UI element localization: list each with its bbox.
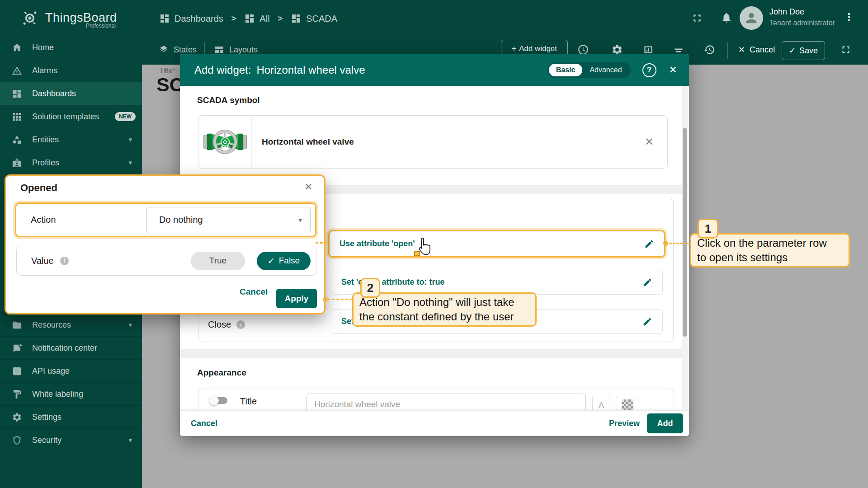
tab-advanced[interactable]: Advanced: [582, 64, 629, 76]
check-icon: ✓: [268, 256, 275, 266]
parameter-row-set-true[interactable]: Set 'open' attribute to: true: [331, 270, 663, 295]
sidebar-item-label: Resources: [32, 320, 71, 330]
version-control-button[interactable]: [703, 44, 715, 57]
cancel-edit-button[interactable]: ✕ Cancel: [738, 45, 775, 55]
edit-pencil-icon[interactable]: [642, 277, 652, 287]
layers-icon: [158, 44, 169, 55]
sidebar-item-label: Profiles: [32, 158, 59, 168]
sidebar-item-notification-center[interactable]: Notification center: [0, 336, 142, 359]
shield-icon: [12, 435, 22, 446]
tooltip-line: the constant defined by the user: [359, 310, 529, 324]
sidebar-item-profiles[interactable]: Profiles ▾: [0, 151, 142, 174]
tab-basic[interactable]: Basic: [549, 64, 583, 76]
tooltip-line: Click on the parameter row: [697, 236, 843, 250]
logo[interactable]: ThingsBoard Professional: [0, 0, 142, 36]
title-toggle[interactable]: [210, 397, 227, 404]
sidebar-item-entities[interactable]: Entities ▾: [0, 128, 142, 151]
widget-title-input[interactable]: Horizontal wheel valve: [307, 394, 586, 410]
sidebar-item-white-labeling[interactable]: White labeling: [0, 382, 142, 405]
scrollbar-thumb[interactable]: [683, 128, 687, 337]
tooltip-line: Action "Do nothing" will just take: [359, 295, 529, 310]
breadcrumb-separator: >: [278, 14, 283, 23]
sidebar-item-alarms[interactable]: Alarms: [0, 59, 142, 82]
breadcrumb-scada[interactable]: SCADA: [291, 13, 337, 24]
paint-icon: [12, 389, 22, 399]
symbol-name: Horizontal wheel valve: [262, 137, 354, 147]
dialog-close-button[interactable]: ✕: [669, 64, 677, 76]
more-menu-button[interactable]: ⋮: [844, 11, 855, 23]
check-icon: ✓: [789, 46, 796, 56]
connector-dash: [669, 243, 690, 244]
font-icon: A: [599, 400, 604, 410]
dashboard-icon: [244, 13, 255, 24]
edit-pencil-icon[interactable]: [644, 239, 654, 249]
action-select[interactable]: Do nothing ▾: [146, 207, 311, 233]
popup-title: Opened: [20, 182, 57, 194]
user-role: Tenant administrator: [769, 19, 835, 27]
save-button[interactable]: ✓ Save: [782, 41, 825, 60]
sidebar-item-settings[interactable]: Settings: [0, 405, 142, 428]
layouts-button[interactable]: Layouts: [214, 44, 258, 55]
parameter-row-label: Set 'open' attribute to: true: [341, 277, 445, 287]
chart-icon: [12, 366, 22, 376]
help-button[interactable]: ?: [642, 63, 656, 77]
tutorial-tooltip-2: Action "Do nothing" will just take the c…: [352, 292, 537, 327]
person-icon: [744, 10, 759, 26]
preview-button[interactable]: Preview: [609, 419, 640, 428]
connector-dot: [663, 241, 668, 246]
action-label: Action: [31, 215, 56, 225]
chevron-down-icon: ▾: [128, 136, 132, 144]
sidebar-item-api-usage[interactable]: API usage: [0, 359, 142, 382]
fullscreen-icon: [691, 12, 703, 24]
value-false-option[interactable]: ✓ False: [257, 252, 311, 270]
expand-button[interactable]: [840, 44, 852, 57]
message-icon: [12, 343, 22, 353]
sidebar-item-solution-templates[interactable]: Solution templates NEW: [0, 105, 142, 128]
fullscreen-button[interactable]: [691, 12, 703, 26]
folder-icon: [12, 320, 22, 330]
states-button[interactable]: States: [158, 44, 197, 55]
apply-button[interactable]: Apply: [276, 289, 317, 308]
sidebar-item-label: Home: [32, 43, 54, 52]
valve-image: [203, 124, 248, 160]
chevron-down-icon: ▾: [128, 159, 132, 167]
opened-settings-popup: Opened ✕ Action Do nothing ▾ Value i Tru…: [5, 174, 326, 314]
dashboard-icon: [12, 89, 22, 99]
add-button[interactable]: Add: [647, 413, 683, 433]
sidebar-item-home[interactable]: Home: [0, 36, 142, 59]
breadcrumb-dashboards[interactable]: Dashboards: [159, 13, 223, 24]
dialog-cancel-button[interactable]: Cancel: [191, 419, 217, 428]
edit-pencil-icon[interactable]: [642, 317, 652, 327]
font-settings-button[interactable]: A: [592, 396, 610, 410]
history-icon: [703, 44, 715, 56]
breadcrumb-all[interactable]: All: [244, 13, 269, 24]
avatar[interactable]: [740, 6, 763, 30]
sidebar-item-resources[interactable]: Resources ▾: [0, 313, 142, 336]
home-icon: [12, 42, 22, 53]
close-label: Close: [208, 319, 231, 330]
color-settings-button[interactable]: [617, 396, 638, 410]
add-widget-label: Add widget: [519, 44, 557, 53]
close-parameter-label: Close i: [208, 319, 245, 330]
sidebar-item-security[interactable]: Security ▾: [0, 428, 142, 451]
dialog-title: Add widget:Horizontal wheel valve: [194, 64, 365, 76]
sidebar-item-dashboards[interactable]: Dashboards: [0, 82, 142, 105]
popup-cancel-button[interactable]: Cancel: [240, 287, 268, 297]
parameter-row-use-attribute[interactable]: Use attribute 'open': [328, 230, 665, 258]
parameter-row-label: Use attribute 'open': [340, 239, 415, 249]
dialog-scrollbar: [682, 86, 688, 410]
new-badge: NEW: [115, 112, 136, 121]
popup-close-button[interactable]: ✕: [304, 181, 312, 193]
warning-icon: [12, 66, 22, 76]
breadcrumb: Dashboards > All > SCADA: [159, 0, 337, 37]
sidebar-item-label: Entities: [32, 135, 59, 145]
value-true-option[interactable]: True: [191, 252, 245, 270]
value-setting-row: Value i True ✓ False: [16, 246, 316, 276]
breadcrumb-separator: >: [231, 14, 236, 23]
dialog-title-prefix: Add widget:: [194, 64, 251, 76]
remove-symbol-button[interactable]: ✕: [645, 136, 654, 148]
notifications-button[interactable]: [721, 12, 732, 25]
save-label: Save: [799, 46, 818, 56]
sidebar-item-label: Security: [32, 436, 61, 445]
dialog-title-name: Horizontal wheel valve: [256, 64, 365, 76]
